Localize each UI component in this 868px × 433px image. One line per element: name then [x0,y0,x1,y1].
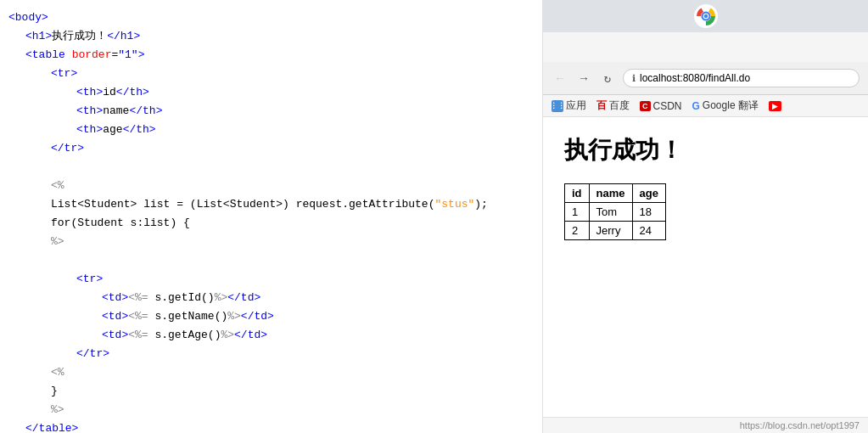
browser-panel: ← → ↻ ℹ localhost:8080/findAll.do ⋮⋮ 应用 … [543,0,868,433]
success-title: 执行成功！ [564,134,847,166]
chrome-logo-icon [694,4,718,28]
bookmark-youtube[interactable]: ▶ [769,101,781,111]
bookmark-google[interactable]: G Google 翻译 [692,98,759,113]
svg-point-4 [703,14,707,18]
bookmark-apps[interactable]: ⋮⋮ 应用 [552,98,586,113]
security-icon: ℹ [632,73,636,84]
code-panel: <body> <h1>执行成功！</h1> <table border="1">… [0,0,543,433]
forward-button[interactable]: → [575,70,592,87]
bookmark-baidu-label: 百度 [609,98,630,113]
code-line: <td><%= s.getName()%></td> [0,307,542,326]
code-line: <th>name</th> [0,102,542,121]
cell-id-1: 1 [565,203,590,222]
back-button[interactable]: ← [552,70,568,87]
code-line: } [0,382,542,401]
bookmark-baidu[interactable]: 百 百度 [596,98,630,113]
google-icon: G [692,100,700,112]
code-line: <tr> [0,270,542,289]
cell-age-2: 24 [632,222,665,240]
col-age-header: age [632,184,665,203]
code-line: </tr> [0,345,542,363]
browser-content: 执行成功！ id name age 1 Tom 18 2 Jerry 24 [543,117,868,417]
bookmark-apps-label: 应用 [566,98,586,113]
code-line: for(Student s:list) { [0,214,542,233]
browser-toolbar: ← → ↻ ℹ localhost:8080/findAll.do [543,62,868,95]
cell-id-2: 2 [565,222,590,240]
code-line: <table border="1"> [0,46,542,65]
table-header-row: id name age [565,184,666,203]
table-row: 2 Jerry 24 [565,222,666,240]
refresh-button[interactable]: ↻ [599,70,616,87]
baidu-icon: 百 [596,98,607,113]
data-table: id name age 1 Tom 18 2 Jerry 24 [564,183,666,240]
browser-footer: https://blog.csdn.net/opt1997 [543,417,868,433]
code-line: </table> [0,419,542,433]
code-line: %> [0,233,542,251]
bookmarks-bar: ⋮⋮ 应用 百 百度 C CSDN G Google 翻译 ▶ [543,95,868,117]
col-name-header: name [589,184,632,203]
youtube-icon: ▶ [769,101,781,111]
code-line: List<Student> list = (List<Student>) req… [0,195,542,214]
footer-url: https://blog.csdn.net/opt1997 [740,420,860,430]
code-line: <td><%= s.getId()%></td> [0,289,542,307]
cell-name-2: Jerry [589,222,632,240]
code-line: </tr> [0,139,542,158]
address-bar[interactable]: ℹ localhost:8080/findAll.do [623,69,860,87]
url-text: localhost:8080/findAll.do [640,72,750,84]
code-line: <th>id</th> [0,83,542,102]
code-line: <td><%= s.getAge()%></td> [0,326,542,345]
code-line: %> [0,401,542,419]
bookmark-google-label: Google 翻译 [703,98,759,113]
code-line: <th>age</th> [0,121,542,139]
col-id-header: id [565,184,590,203]
cell-age-1: 18 [632,203,665,222]
cell-name-1: Tom [589,203,632,222]
code-line: <h1>执行成功！</h1> [0,27,542,46]
csdn-icon: C [640,101,651,111]
code-line: <% [0,177,542,195]
apps-icon: ⋮⋮ [552,100,563,112]
code-line [0,158,542,177]
table-row: 1 Tom 18 [565,203,666,222]
code-line: <% [0,363,542,382]
bookmark-csdn[interactable]: C CSDN [640,100,682,112]
code-line: <tr> [0,65,542,83]
code-line: <body> [0,8,542,27]
code-line [0,251,542,270]
bookmark-csdn-label: CSDN [653,100,682,112]
